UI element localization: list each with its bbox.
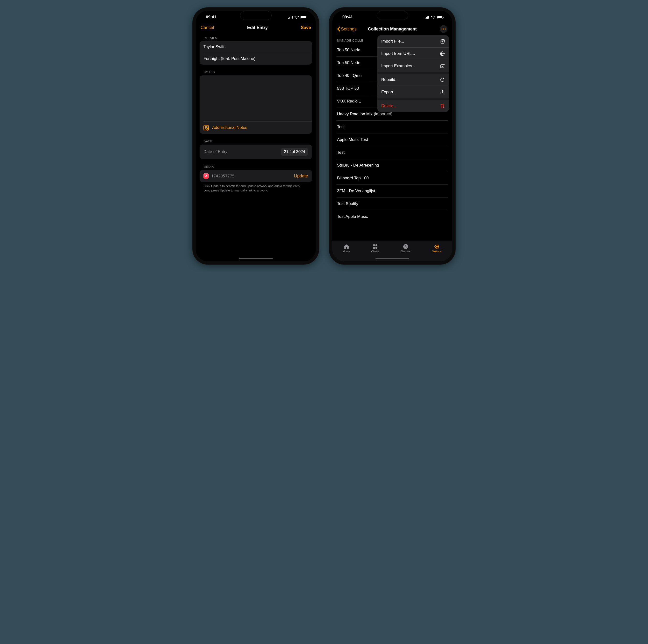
svg-rect-19 <box>437 16 442 18</box>
apple-music-icon <box>204 173 209 179</box>
svg-rect-3 <box>292 16 292 18</box>
svg-rect-0 <box>288 18 289 18</box>
wifi-icon <box>431 16 435 19</box>
tab-label: Settings <box>432 250 442 253</box>
update-button[interactable]: Update <box>294 174 308 179</box>
svg-rect-14 <box>425 18 426 18</box>
stack-plus-icon <box>440 63 445 69</box>
menu-rebuild[interactable]: Rebuild... <box>377 74 449 86</box>
home-indicator <box>375 258 409 259</box>
menu-label: Rebuild... <box>381 78 399 82</box>
shazam-icon <box>402 244 409 249</box>
add-editorial-notes-button[interactable]: Add Editorial Notes <box>200 121 312 134</box>
collection-row[interactable]: StuBru - De Afrekening <box>336 159 448 171</box>
actions-menu: Import File... Import from URL... Import… <box>377 35 449 112</box>
svg-rect-20 <box>443 17 444 18</box>
date-label: Date of Entry <box>204 149 227 154</box>
svg-rect-34 <box>375 244 377 246</box>
date-picker[interactable]: 21 Jul 2024 <box>281 148 308 156</box>
collection-row[interactable]: Billboard Top 100 <box>336 172 448 185</box>
collection-row[interactable]: Test <box>336 146 448 159</box>
svg-point-22 <box>443 29 444 30</box>
tab-label: Home <box>343 250 350 253</box>
screen-left: 09:41 Cancel Edit Entry Save DETAILS Tay… <box>196 11 316 261</box>
edit-entry-content: DETAILS Taylor Swift Fortnight (feat. Po… <box>196 33 316 261</box>
notes-card: Add Editorial Notes <box>200 76 312 134</box>
tab-discover[interactable]: Discover <box>400 244 411 253</box>
save-button[interactable]: Save <box>301 25 311 30</box>
nav-title: Collection Management <box>368 27 417 32</box>
collection-row[interactable]: Test Spotify <box>336 198 448 210</box>
battery-icon <box>300 16 307 19</box>
media-header: MEDIA <box>204 165 312 168</box>
details-card: Taylor Swift Fortnight (feat. Post Malon… <box>200 41 312 64</box>
share-icon <box>440 90 445 95</box>
collection-content: MANAGE COLLE Top 50 NedeTop 50 NedeTop 4… <box>332 35 452 242</box>
tab-home[interactable]: Home <box>343 244 350 253</box>
svg-point-39 <box>436 246 438 247</box>
artist-value: Taylor Swift <box>204 45 224 49</box>
svg-point-23 <box>445 29 446 30</box>
chevron-left-icon <box>337 27 340 32</box>
grid-icon <box>372 244 379 249</box>
status-time: 09:41 <box>342 15 353 19</box>
trash-icon <box>440 103 445 108</box>
add-notes-label: Add Editorial Notes <box>212 125 248 130</box>
collection-row[interactable]: Test <box>336 120 448 133</box>
status-time: 09:41 <box>206 15 216 19</box>
phone-left: 09:41 Cancel Edit Entry Save DETAILS Tay… <box>192 7 319 265</box>
artist-field[interactable]: Taylor Swift <box>200 41 312 53</box>
collection-row[interactable]: 3FM - De Verlanglijst <box>336 185 448 197</box>
dynamic-island <box>240 11 272 20</box>
cellular-icon <box>425 16 430 18</box>
home-icon <box>343 244 350 249</box>
details-header: DETAILS <box>204 36 312 40</box>
more-button[interactable] <box>440 25 447 33</box>
title-field[interactable]: Fortnight (feat. Post Malone) <box>200 53 312 64</box>
svg-rect-2 <box>291 16 291 18</box>
menu-delete[interactable]: Delete... <box>377 100 449 112</box>
notes-header: NOTES <box>204 70 312 74</box>
status-icons <box>425 16 444 19</box>
ellipsis-icon <box>441 29 446 30</box>
phone-right: 09:41 Settings Collection Management MAN… <box>329 7 456 265</box>
svg-rect-16 <box>427 16 428 18</box>
gear-icon <box>433 244 440 249</box>
edit-entry-navbar: Cancel Edit Entry Save <box>196 24 316 33</box>
tab-settings[interactable]: Settings <box>432 244 442 253</box>
svg-rect-15 <box>426 17 427 18</box>
media-card: 1742057775 Update <box>200 170 312 182</box>
status-icons <box>288 16 307 19</box>
back-button[interactable]: Settings <box>337 27 357 32</box>
note-add-icon <box>203 125 209 131</box>
date-row: Date of Entry 21 Jul 2024 <box>200 145 312 159</box>
collection-row[interactable]: Apple Music Test <box>336 134 448 146</box>
menu-import-file[interactable]: Import File... <box>377 35 449 47</box>
refresh-icon <box>440 77 445 83</box>
media-hint: Click Update to search for and update ar… <box>204 184 308 192</box>
cancel-button[interactable]: Cancel <box>201 25 214 30</box>
svg-rect-1 <box>289 17 290 18</box>
tab-charts[interactable]: Charts <box>371 244 379 253</box>
date-header: DATE <box>204 140 312 143</box>
svg-rect-5 <box>301 16 306 18</box>
svg-rect-35 <box>373 247 375 249</box>
globe-icon <box>440 51 445 56</box>
cellular-icon <box>288 16 293 18</box>
menu-label: Import Examples... <box>381 63 416 68</box>
menu-import-examples[interactable]: Import Examples... <box>377 60 449 72</box>
back-label: Settings <box>341 27 357 32</box>
tab-label: Discover <box>400 250 411 253</box>
title-value: Fortnight (feat. Post Malone) <box>204 56 255 61</box>
collection-row[interactable]: Test Apple Music <box>336 210 448 223</box>
media-row: 1742057775 Update <box>200 170 312 182</box>
menu-label: Import from URL... <box>381 51 415 56</box>
menu-import-url[interactable]: Import from URL... <box>377 48 449 60</box>
menu-export[interactable]: Export... <box>377 86 449 98</box>
notes-textarea[interactable] <box>200 76 312 121</box>
wifi-icon <box>294 16 299 19</box>
collection-navbar: Settings Collection Management <box>332 24 452 35</box>
dynamic-island <box>377 11 408 20</box>
divider-thick <box>377 98 449 100</box>
tab-label: Charts <box>371 250 379 253</box>
